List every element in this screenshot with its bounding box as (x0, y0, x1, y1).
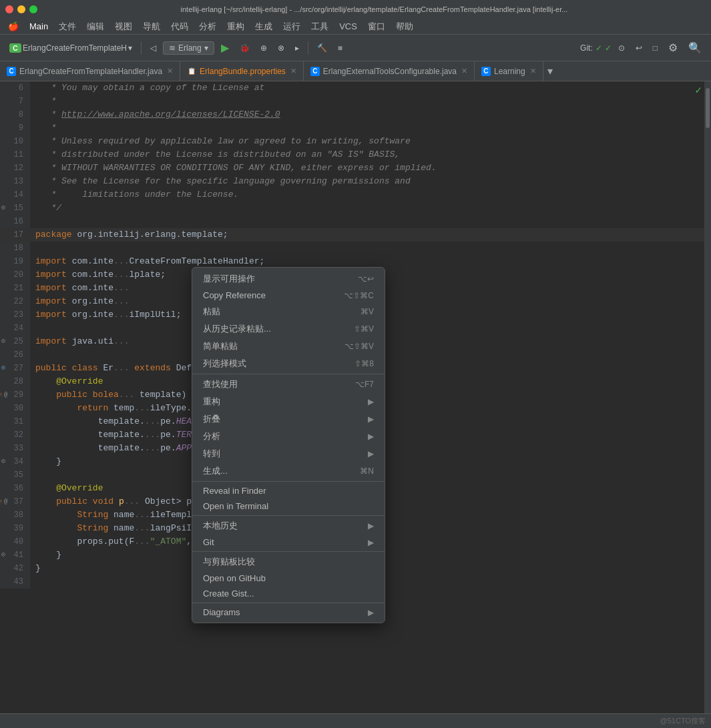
ctx-find-usages-shortcut: ⌥F7 (355, 380, 374, 389)
menu-apple[interactable]: 🍎 (3, 21, 24, 31)
navigate-back-button[interactable]: ◁ (146, 42, 160, 54)
ctx-paste-from-history[interactable]: 从历史记录粘贴... ⇧⌘V (192, 320, 385, 338)
ctx-show-actions-shortcut: ⌥↩ (358, 274, 374, 284)
tab-label-1: ErlangCreateFromTemplateHandler.java (19, 67, 162, 76)
tab-erlang-create[interactable]: C ErlangCreateFromTemplateHandler.java ✕ (0, 61, 180, 81)
ctx-paste-from-history-label: 从历史记录粘贴... (203, 323, 348, 335)
menu-navigate[interactable]: 导航 (138, 21, 166, 33)
ctx-find-usages-label: 查找使用 (203, 378, 350, 390)
maximize-button[interactable] (29, 5, 37, 13)
settings-button[interactable]: ⚙ (664, 40, 682, 55)
ctx-open-github-label: Open on GitHub (203, 573, 374, 583)
scrollbar-thumb[interactable] (706, 88, 710, 128)
run-icon: ≋ (169, 43, 176, 53)
git-check-1[interactable]: ✓ (596, 43, 602, 53)
ctx-diagrams[interactable]: Diagrams ▶ (192, 605, 385, 620)
find-button[interactable]: □ (649, 42, 662, 54)
ctx-sep-4 (192, 551, 385, 552)
tabs-bar: C ErlangCreateFromTemplateHandler.java ✕… (0, 61, 711, 81)
ctx-fold-label: 折叠 (203, 413, 368, 425)
ctx-refactor-label: 重构 (203, 396, 368, 408)
git-check-2[interactable]: ✓ (605, 43, 612, 53)
menu-tools[interactable]: 工具 (306, 21, 334, 33)
tab-learning[interactable]: C Learning ✕ (475, 61, 543, 81)
separator-1 (141, 41, 142, 55)
ctx-generate-label: 生成... (203, 465, 354, 477)
menu-vcs[interactable]: VCS (334, 21, 363, 31)
tabs-overflow-button[interactable]: ▾ (543, 61, 557, 81)
tab-close-3[interactable]: ✕ (461, 67, 467, 75)
menu-code[interactable]: 代码 (166, 21, 194, 33)
menu-run[interactable]: 运行 (278, 21, 306, 33)
git-revert-button[interactable]: ↩ (632, 42, 646, 54)
ctx-simple-paste[interactable]: 简单粘贴 ⌥⇧⌘V (192, 338, 385, 355)
ctx-reveal-finder[interactable]: Reveal in Finder (192, 483, 385, 498)
line-number-7: 7 (0, 95, 30, 108)
tab-close-4[interactable]: ✕ (530, 67, 536, 75)
search-everywhere-button[interactable]: 🔍 (684, 40, 706, 55)
line-number-37: ↑@37 (0, 495, 30, 508)
ctx-open-github[interactable]: Open on GitHub (192, 571, 385, 586)
ctx-create-gist[interactable]: Create Gist... (192, 586, 385, 601)
line-code-18 (30, 242, 711, 255)
line-number-24: 24 (0, 322, 30, 335)
ctx-compare-clipboard[interactable]: 与剪贴板比较 (192, 553, 385, 571)
profile-button[interactable]: ⊗ (274, 42, 288, 54)
ctx-paste-shortcut: ⌘V (361, 307, 374, 316)
title-bar: intellij-erlang [~/src/intellij-erlang] … (0, 0, 711, 19)
ctx-open-terminal[interactable]: Open in Terminal (192, 498, 385, 514)
tab-erlang-bundle[interactable]: 📋 ErlangBundle.properties ✕ (180, 61, 304, 81)
ctx-local-history[interactable]: 本地历史 ▶ (192, 517, 385, 534)
line-number-23: 23 (0, 308, 30, 322)
ctx-sep-3 (192, 515, 385, 516)
menu-window[interactable]: 窗口 (363, 21, 391, 33)
tab-close-2[interactable]: ✕ (290, 67, 296, 75)
menu-refactor[interactable]: 重构 (222, 21, 250, 33)
ctx-git[interactable]: Git ▶ (192, 534, 385, 550)
ctx-fold[interactable]: 折叠 ▶ (192, 410, 385, 428)
menu-file[interactable]: 文件 (53, 21, 81, 33)
more-run-options[interactable]: ▸ (291, 42, 303, 54)
ctx-find-usages[interactable]: 查找使用 ⌥F7 (192, 376, 385, 393)
menu-help[interactable]: 帮助 (391, 21, 419, 33)
ctx-refactor-arrow: ▶ (368, 397, 374, 406)
line-number-36: 36 (0, 482, 30, 495)
line-number-9: 9 (0, 121, 30, 135)
minimize-button[interactable] (17, 5, 25, 13)
ctx-refactor[interactable]: 重构 ▶ (192, 393, 385, 410)
run-with-coverage[interactable]: ⊕ (256, 42, 271, 54)
line-number-21: 21 (0, 282, 30, 295)
tab-icon-java-2: C (310, 67, 320, 76)
scrollbar-track[interactable] (704, 81, 711, 713)
menu-build[interactable]: 生成 (250, 21, 278, 33)
ctx-local-history-label: 本地历史 (203, 520, 368, 532)
ctx-sep-1 (192, 374, 385, 374)
menu-main[interactable]: Main (24, 21, 53, 31)
code-line-12: 12 * WITHOUT WARRANTIES OR CONDITIONS OF… (0, 161, 711, 175)
ctx-show-actions[interactable]: 显示可用操作 ⌥↩ (192, 270, 385, 288)
tab-erlang-external[interactable]: C ErlangExternalToolsConfigurable.java ✕ (304, 61, 475, 81)
ctx-analyze[interactable]: 分析 ▶ (192, 428, 385, 445)
ctx-show-actions-label: 显示可用操作 (203, 273, 352, 285)
ctx-paste[interactable]: 粘贴 ⌘V (192, 303, 385, 320)
ctx-generate[interactable]: 生成... ⌘N (192, 462, 385, 480)
project-icon: C (9, 43, 21, 53)
menu-view[interactable]: 视图 (109, 21, 138, 33)
run-button[interactable]: ▶ (217, 40, 233, 55)
menu-edit[interactable]: 编辑 (81, 21, 109, 33)
build-button[interactable]: 🔨 (313, 42, 331, 54)
run-config-dropdown[interactable]: ≋ Erlang ▾ (163, 41, 214, 55)
ctx-copy-reference[interactable]: Copy Reference ⌥⇧⌘C (192, 288, 385, 303)
line-code-7: * (30, 95, 711, 108)
close-button[interactable] (5, 5, 13, 13)
menu-analyze[interactable]: 分析 (194, 21, 222, 33)
tab-close-1[interactable]: ✕ (167, 67, 173, 75)
stop-button[interactable]: ■ (334, 42, 346, 54)
debug-button[interactable]: 🐞 (236, 42, 254, 54)
ctx-column-mode[interactable]: 列选择模式 ⇧⌘8 (192, 355, 385, 372)
git-history-button[interactable]: ⊙ (614, 42, 629, 54)
project-selector[interactable]: C ErlangCreateFromTemplateH ▾ (5, 42, 136, 54)
ctx-goto[interactable]: 转到 ▶ (192, 445, 385, 462)
line-code-13: * See the License for the specific langu… (30, 175, 711, 188)
line-number-12: 12 (0, 161, 30, 175)
